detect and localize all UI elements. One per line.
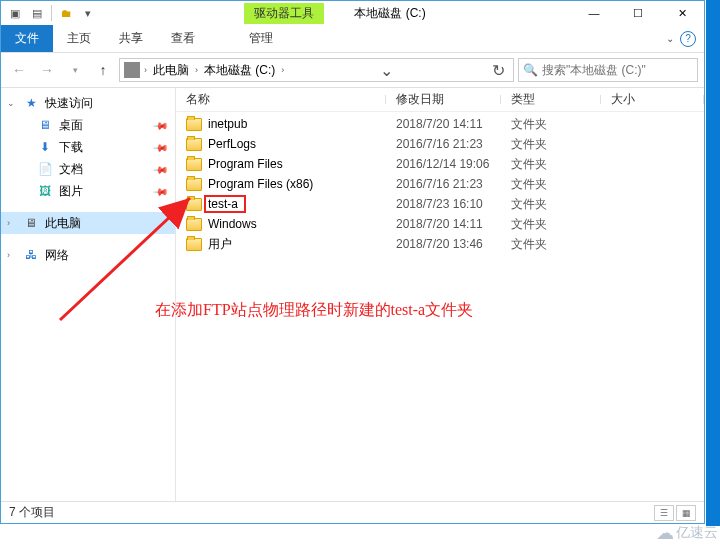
folder-icon (186, 118, 202, 131)
pin-icon: 📌 (153, 183, 169, 199)
close-button[interactable]: ✕ (660, 1, 704, 25)
file-date: 2016/12/14 19:06 (386, 157, 501, 171)
separator (51, 5, 52, 21)
main-pane: 名称 修改日期 类型 大小 inetpub2018/7/20 14:11文件夹P… (176, 88, 704, 501)
search-icon: 🔍 (523, 63, 538, 77)
file-type: 文件夹 (501, 116, 601, 133)
expand-ribbon-icon[interactable]: ⌄ (666, 33, 674, 44)
search-input[interactable] (542, 63, 693, 77)
chevron-right-icon[interactable]: › (144, 65, 147, 75)
sidebar-quick-access[interactable]: ⌄ ★ 快速访问 (1, 92, 175, 114)
refresh-icon[interactable]: ↻ (488, 61, 509, 80)
table-row[interactable]: PerfLogs2016/7/16 21:23文件夹 (176, 134, 704, 154)
file-type: 文件夹 (501, 176, 601, 193)
pin-icon: 📌 (153, 139, 169, 155)
file-tab[interactable]: 文件 (1, 25, 53, 52)
chevron-down-icon[interactable]: ⌄ (7, 98, 17, 108)
tab-home[interactable]: 主页 (53, 25, 105, 52)
desktop-background (706, 0, 720, 526)
body: ⌄ ★ 快速访问 🖥 桌面 📌 ⬇ 下载 📌 📄 文档 📌 🖼 图片 (1, 87, 704, 501)
tab-view[interactable]: 查看 (157, 25, 209, 52)
sidebar-item-documents[interactable]: 📄 文档 📌 (1, 158, 175, 180)
col-date[interactable]: 修改日期 (386, 91, 501, 108)
sidebar-network[interactable]: › 🖧 网络 (1, 244, 175, 266)
folder-icon (186, 158, 202, 171)
chevron-right-icon[interactable]: › (281, 65, 284, 75)
file-date: 2018/7/23 16:10 (386, 197, 501, 211)
sidebar-item-label: 此电脑 (45, 215, 81, 232)
table-row[interactable]: Program Files2016/12/14 19:06文件夹 (176, 154, 704, 174)
up-button[interactable]: ↑ (91, 58, 115, 82)
file-name: Program Files (208, 157, 283, 171)
network-icon: 🖧 (23, 247, 39, 263)
watermark: ☁ 亿速云 (656, 522, 718, 544)
chevron-right-icon[interactable]: › (195, 65, 198, 75)
pin-icon: 📌 (153, 117, 169, 133)
picture-icon: 🖼 (37, 183, 53, 199)
folder-icon (186, 198, 202, 211)
sidebar-item-label: 文档 (59, 161, 83, 178)
window-title: 本地磁盘 (C:) (354, 5, 425, 22)
file-name: Program Files (x86) (208, 177, 313, 191)
sidebar-item-desktop[interactable]: 🖥 桌面 📌 (1, 114, 175, 136)
properties-icon[interactable]: ▤ (27, 3, 47, 23)
table-row[interactable]: test-a2018/7/23 16:10文件夹 (176, 194, 704, 214)
file-date: 2018/7/20 14:11 (386, 117, 501, 131)
sidebar-item-label: 下载 (59, 139, 83, 156)
annotation-text: 在添加FTP站点物理路径时新建的test-a文件夹 (155, 300, 473, 321)
sidebar-item-downloads[interactable]: ⬇ 下载 📌 (1, 136, 175, 158)
search-box[interactable]: 🔍 (518, 58, 698, 82)
chevron-right-icon[interactable]: › (7, 250, 17, 260)
help-icon[interactable]: ? (680, 31, 696, 47)
chevron-right-icon[interactable]: › (7, 218, 17, 228)
maximize-button[interactable]: ☐ (616, 1, 660, 25)
window-controls: — ☐ ✕ (572, 1, 704, 25)
forward-button[interactable]: → (35, 58, 59, 82)
file-date: 2018/7/20 14:11 (386, 217, 501, 231)
table-row[interactable]: Program Files (x86)2016/7/16 21:23文件夹 (176, 174, 704, 194)
file-name: 用户 (208, 236, 232, 253)
file-name: inetpub (208, 117, 247, 131)
sidebar-item-pictures[interactable]: 🖼 图片 📌 (1, 180, 175, 202)
sidebar-item-label: 快速访问 (45, 95, 93, 112)
pc-icon: 🖥 (23, 215, 39, 231)
details-view-icon[interactable]: ☰ (654, 505, 674, 521)
ribbon-context-badge: 驱动器工具 (244, 3, 324, 24)
col-name[interactable]: 名称 (176, 91, 386, 108)
breadcrumb-drive[interactable]: 本地磁盘 (C:) (202, 62, 277, 79)
tab-share[interactable]: 共享 (105, 25, 157, 52)
address-dropdown-icon[interactable]: ⌄ (376, 61, 397, 80)
folder-icon (186, 138, 202, 151)
sidebar-this-pc[interactable]: › 🖥 此电脑 (1, 212, 175, 234)
column-headers: 名称 修改日期 类型 大小 (176, 88, 704, 112)
table-row[interactable]: inetpub2018/7/20 14:11文件夹 (176, 114, 704, 134)
recent-dropdown[interactable]: ▾ (63, 58, 87, 82)
app-icon: ▣ (5, 3, 25, 23)
table-row[interactable]: Windows2018/7/20 14:11文件夹 (176, 214, 704, 234)
thumbnails-view-icon[interactable]: ▦ (676, 505, 696, 521)
file-type: 文件夹 (501, 236, 601, 253)
file-type: 文件夹 (501, 196, 601, 213)
address-bar[interactable]: › 此电脑 › 本地磁盘 (C:) › ⌄ ↻ (119, 58, 514, 82)
back-button[interactable]: ← (7, 58, 31, 82)
minimize-button[interactable]: — (572, 1, 616, 25)
star-icon: ★ (23, 95, 39, 111)
breadcrumb-thispc[interactable]: 此电脑 (151, 62, 191, 79)
address-bar-row: ← → ▾ ↑ › 此电脑 › 本地磁盘 (C:) › ⌄ ↻ 🔍 (1, 53, 704, 87)
qat-dropdown-icon[interactable]: ▾ (78, 3, 98, 23)
tab-manage[interactable]: 管理 (235, 25, 287, 52)
new-folder-icon[interactable]: 🖿 (56, 3, 76, 23)
title-bar: ▣ ▤ 🖿 ▾ 驱动器工具 本地磁盘 (C:) — ☐ ✕ (1, 1, 704, 25)
status-bar: 7 个项目 ☰ ▦ (1, 501, 704, 523)
col-size[interactable]: 大小 (601, 91, 704, 108)
quick-access-toolbar: ▣ ▤ 🖿 ▾ (1, 3, 98, 23)
folder-icon (186, 238, 202, 251)
ribbon-tabs: 文件 主页 共享 查看 管理 ⌄ ? (1, 25, 704, 53)
nav-sidebar: ⌄ ★ 快速访问 🖥 桌面 📌 ⬇ 下载 📌 📄 文档 📌 🖼 图片 (1, 88, 176, 501)
file-name: Windows (208, 217, 257, 231)
table-row[interactable]: 用户2018/7/20 13:46文件夹 (176, 234, 704, 254)
view-toggles: ☰ ▦ (654, 505, 696, 521)
col-type[interactable]: 类型 (501, 91, 601, 108)
download-icon: ⬇ (37, 139, 53, 155)
explorer-window: ▣ ▤ 🖿 ▾ 驱动器工具 本地磁盘 (C:) — ☐ ✕ 文件 主页 共享 查… (0, 0, 705, 524)
